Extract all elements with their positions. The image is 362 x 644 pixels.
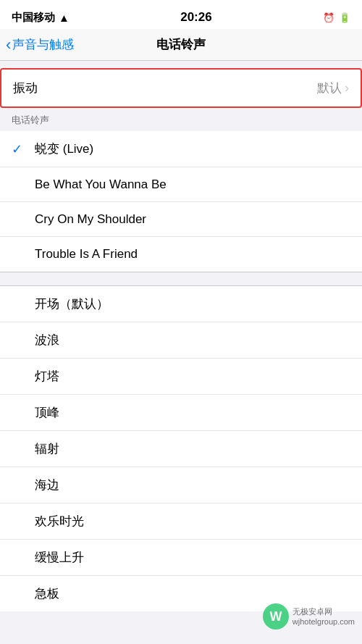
status-left: 中国移动 ▲ [12,11,70,25]
ringtone-label: 波浪 [35,332,59,348]
list-item[interactable]: 顶峰 [0,395,362,431]
list-item[interactable]: ✓ 蜕变 (Live) [0,131,362,167]
carrier-label: 中国移动 [12,11,55,25]
status-bar: 中国移动 ▲ 20:26 ⏰ 🔋 [0,0,362,29]
alarm-icon: ⏰ [323,12,334,23]
watermark: W 无极安卓网 wjhotelgroup.com [263,603,355,630]
list-item[interactable]: Trouble Is A Friend [0,237,362,272]
list-item[interactable]: 灯塔 [0,359,362,395]
watermark-text: 无极安卓网 wjhotelgroup.com [292,606,355,627]
time-display: 20:26 [180,10,211,25]
ringtone-label: 辐射 [35,440,59,457]
system-ringtones-list: 开场（默认） 波浪 灯塔 顶峰 辐射 海边 欢乐时光 缓慢上升 急板 [0,286,362,611]
list-item[interactable]: 开场（默认） [0,286,362,322]
watermark-url: wjhotelgroup.com [292,616,355,627]
ringtone-label: Trouble Is A Friend [35,247,138,262]
list-item[interactable]: 波浪 [0,322,362,359]
list-item[interactable]: 缓慢上升 [0,540,362,576]
status-right: ⏰ 🔋 [323,12,350,23]
checkmark-icon: ✓ [12,141,26,157]
watermark-site-name: 无极安卓网 [292,606,355,616]
list-item[interactable]: 海边 [0,467,362,503]
ringtone-label: 顶峰 [35,404,59,421]
ringtone-label: Be What You Wanna Be [35,177,167,192]
vibration-value: 默认 [317,80,342,96]
ringtone-label: 急板 [35,585,59,602]
list-item[interactable]: 辐射 [0,431,362,467]
list-item[interactable]: Cry On My Shoulder [0,202,362,237]
svg-text:W: W [269,609,282,624]
vibration-section: 振动 默认 › [0,68,362,108]
ringtone-label: 缓慢上升 [35,549,84,566]
custom-ringtones-list: ✓ 蜕变 (Live) Be What You Wanna Be Cry On … [0,131,362,272]
ringtone-label: 蜕变 (Live) [35,141,93,157]
back-button[interactable]: ‹ 声音与触感 [6,35,74,54]
ringtone-label: 欢乐时光 [35,513,84,530]
vibration-label: 振动 [13,80,38,96]
list-item[interactable]: Be What You Wanna Be [0,167,362,202]
ringtone-label: Cry On My Shoulder [35,212,146,227]
ringtone-label: 海边 [35,477,59,493]
back-chevron-icon: ‹ [6,35,11,54]
back-label: 声音与触感 [12,36,74,53]
page-title: 电话铃声 [156,36,206,53]
wifi-icon: ▲ [59,12,70,24]
section-header: 电话铃声 [0,108,362,131]
battery-icon: 🔋 [339,12,350,23]
vibration-row[interactable]: 振动 默认 › [1,70,361,106]
ringtone-label: 灯塔 [35,368,59,385]
vibration-right: 默认 › [317,80,349,96]
list-item[interactable]: 欢乐时光 [0,503,362,540]
ringtone-label: 开场（默认） [35,296,109,312]
chevron-right-icon: › [345,80,349,96]
section-divider [0,272,362,286]
watermark-logo: W [263,603,289,630]
nav-bar: ‹ 声音与触感 电话铃声 [0,29,362,61]
